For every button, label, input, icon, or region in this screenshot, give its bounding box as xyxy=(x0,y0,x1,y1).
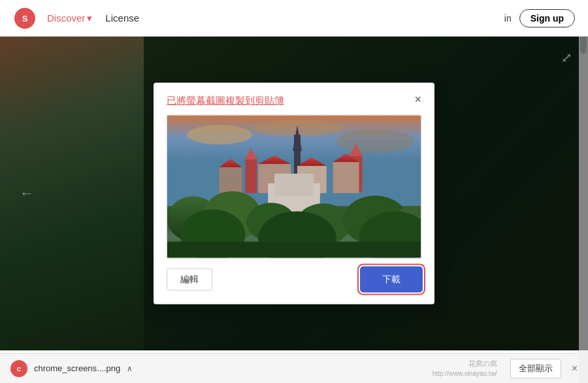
discover-chevron-icon: ▾ xyxy=(87,12,92,24)
watermark-line2: http://www.xinayao.tw/ xyxy=(433,370,497,377)
license-label: License xyxy=(105,12,139,24)
screenshot-dialog: 已將螢幕截圖複製到剪貼簿 × xyxy=(154,83,434,305)
svg-text:S: S xyxy=(22,14,28,24)
download-bar: C chrome_screens....png ∧ 花窩の窩 http://ww… xyxy=(0,353,588,383)
dialog-footer: 編輯 下載 xyxy=(167,268,421,291)
nav-discover[interactable]: Discover ▾ xyxy=(47,12,92,24)
city-image xyxy=(167,116,421,258)
main-area: ← ⤢ 已將螢幕截圖複製到剪貼簿 × xyxy=(0,37,588,350)
watermark-line1: 花窩の窩 xyxy=(468,359,497,367)
nav-links: Discover ▾ License xyxy=(47,12,504,24)
nav-license[interactable]: License xyxy=(105,12,139,24)
download-caret-icon[interactable]: ∧ xyxy=(127,364,133,373)
download-filename: chrome_screens....png xyxy=(34,363,120,373)
download-file-icon: C xyxy=(10,360,27,377)
edit-button[interactable]: 編輯 xyxy=(167,269,212,291)
download-button[interactable]: 下載 xyxy=(361,268,421,291)
svg-rect-15 xyxy=(333,162,359,193)
dialog-title: 已將螢幕截圖複製到剪貼簿 xyxy=(167,93,406,107)
download-bar-close-icon[interactable]: × xyxy=(572,363,578,375)
watermark-text: 花窩の窩 http://www.xinayao.tw/ xyxy=(433,359,497,378)
svg-rect-21 xyxy=(274,174,314,197)
svg-rect-8 xyxy=(245,158,257,193)
dialog-header: 已將螢幕截圖複製到剪貼簿 × xyxy=(167,93,421,107)
svg-rect-31 xyxy=(167,242,421,258)
svg-rect-12 xyxy=(220,167,242,193)
dialog-image-preview xyxy=(167,115,421,259)
svg-point-3 xyxy=(187,125,252,144)
site-logo[interactable]: S xyxy=(13,7,37,30)
signup-button[interactable]: Sign up xyxy=(519,9,575,27)
svg-text:C: C xyxy=(17,366,22,373)
dialog-close-button[interactable]: × xyxy=(414,93,421,105)
svg-point-5 xyxy=(336,129,414,153)
nav-bar: S Discover ▾ License in Sign up xyxy=(0,0,588,37)
signin-link[interactable]: in xyxy=(504,13,512,24)
show-all-button[interactable]: 全部顯示 xyxy=(510,359,561,378)
nav-right: in Sign up xyxy=(504,9,575,27)
discover-label: Discover xyxy=(47,12,85,24)
